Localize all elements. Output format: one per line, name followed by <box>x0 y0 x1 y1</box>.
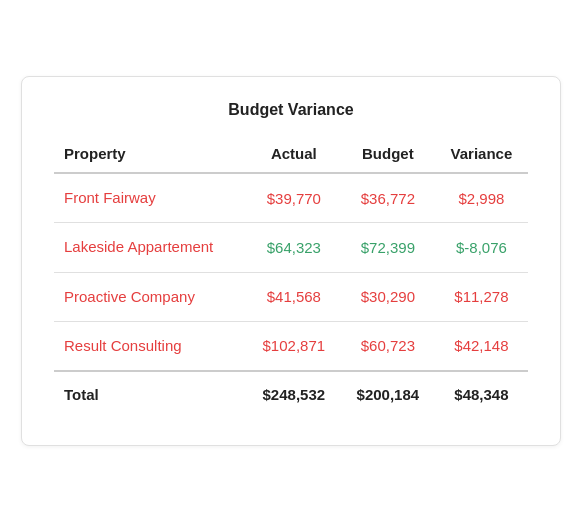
cell-variance: $11,278 <box>435 272 528 321</box>
cell-property: Front Fairway <box>54 173 247 223</box>
totals-row: Total $248,532 $200,184 $48,348 <box>54 371 528 417</box>
cell-budget: $60,723 <box>341 321 435 371</box>
table-row: Front Fairway$39,770$36,772$2,998 <box>54 173 528 223</box>
card-title: Budget Variance <box>54 101 528 119</box>
col-header-budget: Budget <box>341 137 435 173</box>
totals-budget: $200,184 <box>341 371 435 417</box>
cell-budget: $30,290 <box>341 272 435 321</box>
table-row: Result Consulting$102,871$60,723$42,148 <box>54 321 528 371</box>
cell-actual: $41,568 <box>247 272 341 321</box>
cell-actual: $39,770 <box>247 173 341 223</box>
cell-budget: $36,772 <box>341 173 435 223</box>
cell-variance: $-8,076 <box>435 223 528 272</box>
cell-budget: $72,399 <box>341 223 435 272</box>
cell-property: Proactive Company <box>54 272 247 321</box>
budget-variance-table: Property Actual Budget Variance Front Fa… <box>54 137 528 417</box>
cell-property: Result Consulting <box>54 321 247 371</box>
cell-actual: $64,323 <box>247 223 341 272</box>
table-header-row: Property Actual Budget Variance <box>54 137 528 173</box>
totals-variance: $48,348 <box>435 371 528 417</box>
table-row: Proactive Company$41,568$30,290$11,278 <box>54 272 528 321</box>
table-row: Lakeside Appartement$64,323$72,399$-8,07… <box>54 223 528 272</box>
cell-actual: $102,871 <box>247 321 341 371</box>
col-header-variance: Variance <box>435 137 528 173</box>
cell-variance: $2,998 <box>435 173 528 223</box>
totals-actual: $248,532 <box>247 371 341 417</box>
cell-variance: $42,148 <box>435 321 528 371</box>
budget-variance-card: Budget Variance Property Actual Budget V… <box>21 76 561 446</box>
col-header-actual: Actual <box>247 137 341 173</box>
cell-property: Lakeside Appartement <box>54 223 247 272</box>
col-header-property: Property <box>54 137 247 173</box>
totals-label: Total <box>54 371 247 417</box>
